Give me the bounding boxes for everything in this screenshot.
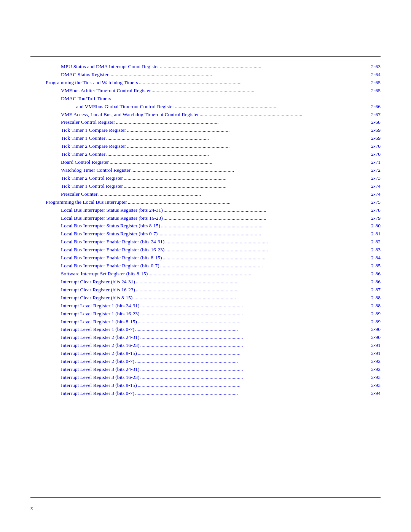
toc-entry-page: 2-69 [371, 134, 381, 142]
toc-entry-dots: ........................................… [175, 103, 370, 111]
toc-entry[interactable]: Local Bus Interrupter Status Register (b… [30, 206, 381, 214]
toc-entry-dots: ........................................… [138, 382, 370, 390]
toc-entry[interactable]: Local Bus Interrupter Enable Register (b… [30, 254, 381, 262]
toc-entry[interactable]: Board Control Register .................… [30, 158, 381, 166]
toc-entry[interactable]: Interrupt Level Register 2 (bits 24-31) … [30, 334, 381, 342]
toc-entry[interactable]: Prescaler Control Register .............… [30, 118, 381, 126]
toc-entry-text: Interrupt Level Register 3 (bits 0-7) [30, 390, 134, 398]
toc-entry[interactable]: Interrupt Level Register 3 (bits 0-7) ..… [30, 390, 381, 398]
toc-entry-dots: ........................................… [127, 142, 370, 150]
toc-entry-page: 2-86 [371, 278, 381, 286]
toc-entry[interactable]: Watchdog Timer Control Register ........… [30, 166, 381, 174]
toc-entry-text: Tick Timer 2 Compare Register [30, 142, 126, 150]
toc-entry[interactable]: Programming the Tick and Watchdog Timers… [30, 79, 381, 87]
toc-entry[interactable]: Interrupt Clear Register (bits 8-15) ...… [30, 294, 381, 302]
toc-entry-text: Local Bus Interrupter Status Register (b… [30, 214, 163, 222]
toc-entry-page: 2-72 [371, 166, 381, 174]
toc-entry[interactable]: Interrupt Level Register 3 (bits 16-23) … [30, 374, 381, 382]
toc-entry-dots: ........................................… [151, 87, 370, 95]
toc-entry-dots: ........................................… [164, 214, 371, 222]
toc-entry-text: Tick Timer 1 Compare Register [30, 126, 126, 134]
toc-entry[interactable]: MPU Status and DMA Interrupt Count Regis… [30, 63, 381, 71]
toc-entry-dots: ........................................… [140, 342, 371, 350]
toc-entry[interactable]: Interrupt Clear Register (bits 16-23) ..… [30, 286, 381, 294]
toc-entry[interactable]: Interrupt Level Register 2 (bits 16-23) … [30, 342, 381, 350]
footer-page-number: x [30, 505, 33, 511]
toc-entry-page: 2-93 [371, 382, 381, 390]
toc-entry-dots: ........................................… [140, 366, 371, 374]
toc-entry-page: 2-92 [371, 358, 381, 366]
toc-entry-page: 2-64 [371, 71, 381, 79]
toc-entry[interactable]: Interrupt Level Register 2 (bits 0-7) ..… [30, 358, 381, 366]
toc-entry-text: Local Bus Interrupter Enable Register (b… [30, 262, 159, 270]
toc-entry[interactable]: Interrupt Level Register 1 (bits 8-15) .… [30, 318, 381, 326]
toc-entry[interactable]: Local Bus Interrupter Enable Register (b… [30, 246, 381, 254]
toc-entry-dots: ........................................… [131, 166, 370, 174]
toc-entry[interactable]: Tick Timer 2 Control Register ..........… [30, 174, 381, 182]
toc-entry[interactable]: Software Interrupt Set Register (bits 8-… [30, 270, 381, 278]
toc-entry-page: 2-70 [371, 150, 381, 158]
toc-entry-page: 2-69 [371, 126, 381, 134]
toc-entry-dots: ........................................… [165, 238, 370, 246]
toc-entry-dots: ........................................… [165, 246, 370, 254]
toc-entry-text: Tick Timer 1 Control Register [30, 182, 123, 190]
toc-entry[interactable]: Tick Timer 1 Control Register ..........… [30, 182, 381, 190]
toc-entry-dots: ........................................… [136, 278, 370, 286]
toc-entry-page: 2-84 [371, 254, 381, 262]
toc-entry-dots: ........................................… [164, 206, 371, 214]
toc-entry-dots: ........................................… [124, 182, 370, 190]
toc-entry[interactable]: Local Bus Interrupter Status Register (b… [30, 214, 381, 222]
toc-entry-text: Programming the Local Bus Interrupter [30, 198, 127, 206]
page: MPU Status and DMA Interrupt Count Regis… [0, 0, 411, 532]
toc-entry-dots: ........................................… [138, 318, 370, 326]
toc-entry-text: Local Bus Interrupter Status Register (b… [30, 206, 163, 214]
toc-entry-text: Software Interrupt Set Register (bits 8-… [30, 270, 148, 278]
toc-entry[interactable]: Programming the Local Bus Interrupter ..… [30, 198, 381, 206]
toc-entry-page: 2-88 [371, 302, 381, 310]
bottom-rule [30, 497, 381, 498]
toc-entry-page: 2-81 [371, 230, 381, 238]
toc-entry[interactable]: Interrupt Level Register 1 (bits 16-23) … [30, 310, 381, 318]
toc-entry-dots: ........................................… [140, 374, 371, 382]
toc-entry-text: Interrupt Level Register 3 (bits 24-31) [30, 366, 140, 374]
toc-entry[interactable]: Local Bus Interrupter Enable Register (b… [30, 238, 381, 246]
toc-entry[interactable]: Interrupt Clear Register (bits 24-31) ..… [30, 278, 381, 286]
toc-entry-page: 2-70 [371, 142, 381, 150]
toc-entry[interactable]: Tick Timer 2 Compare Register ..........… [30, 142, 381, 150]
toc-entry-page: 2-78 [371, 206, 381, 214]
toc-entry[interactable]: VMEbus Arbiter Time-out Control Register… [30, 87, 381, 95]
toc-entry-dots: ........................................… [162, 254, 370, 262]
toc-entry[interactable]: Interrupt Level Register 1 (bits 0-7) ..… [30, 326, 381, 334]
toc-entry-dots: ........................................… [140, 302, 371, 310]
toc-entry[interactable]: DMAC Status Register ...................… [30, 71, 381, 79]
toc-entry[interactable]: Tick Timer 2 Counter ...................… [30, 150, 381, 158]
toc-entry-dots: ........................................… [139, 79, 370, 87]
toc-entry-text: Prescaler Counter [30, 190, 97, 198]
toc-entry[interactable]: Tick Timer 1 Counter ...................… [30, 134, 381, 142]
toc-entry-dots: ........................................… [158, 230, 370, 238]
toc-entry[interactable]: Interrupt Level Register 1 (bits 24-31) … [30, 302, 381, 310]
toc-entry-dots: ........................................… [138, 350, 370, 358]
toc-entry-dots: ........................................… [135, 390, 370, 398]
toc-entry[interactable]: and VMEbus Global Time-out Control Regis… [30, 103, 381, 111]
toc-entry-page: 2-91 [371, 350, 381, 358]
toc-entry[interactable]: VME Access, Local Bus, and Watchdog Time… [30, 111, 381, 119]
toc-entry[interactable]: Local Bus Interrupter Enable Register (b… [30, 262, 381, 270]
toc-entry-dots: ........................................… [135, 326, 370, 334]
toc-entry-text: Interrupt Level Register 2 (bits 8-15) [30, 350, 137, 358]
toc-entry-text: Tick Timer 2 Counter [30, 150, 105, 158]
toc-entry-page: 2-79 [371, 214, 381, 222]
toc-entry[interactable]: Tick Timer 1 Compare Register ..........… [30, 126, 381, 134]
toc-entry[interactable]: DMAC Ton/Toff Timers [30, 95, 381, 103]
toc-entry[interactable]: Interrupt Level Register 3 (bits 24-31) … [30, 366, 381, 374]
toc-entry[interactable]: Prescaler Counter ......................… [30, 190, 381, 198]
toc-entry[interactable]: Interrupt Level Register 2 (bits 8-15) .… [30, 350, 381, 358]
toc-entry[interactable]: Interrupt Level Register 3 (bits 8-15) .… [30, 382, 381, 390]
toc-entry[interactable]: Local Bus Interrupter Status Register (b… [30, 230, 381, 238]
toc-entry-dots: ........................................… [133, 294, 370, 302]
toc-entry-page: 2-71 [371, 158, 381, 166]
toc-entry-dots: ........................................… [148, 270, 370, 278]
toc-entry-dots: ........................................… [106, 134, 370, 142]
toc-entry-dots: ........................................… [160, 262, 371, 270]
toc-entry[interactable]: Local Bus Interrupter Status Register (b… [30, 222, 381, 230]
